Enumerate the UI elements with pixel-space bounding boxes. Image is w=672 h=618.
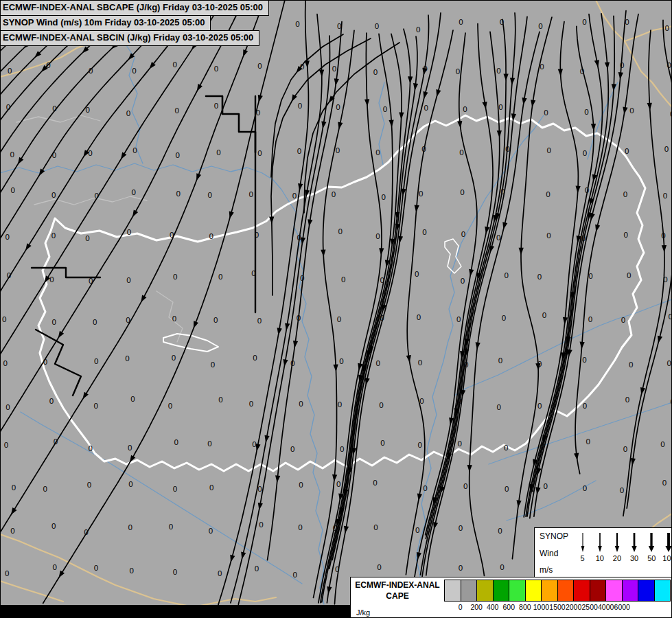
- wind-arrow-50: 50: [643, 531, 660, 580]
- cape-value-label: 2000: [566, 603, 581, 611]
- station-value: 0: [49, 275, 54, 284]
- station-value: 0: [251, 269, 256, 278]
- station-value: 0: [340, 445, 345, 454]
- cape-legend-unit: J/kg: [356, 608, 370, 617]
- station-value: 0: [335, 146, 340, 155]
- cape-value-label: 0: [459, 603, 463, 611]
- station-value: 0: [661, 231, 666, 240]
- station-value: 0: [660, 440, 665, 449]
- station-value: 0: [668, 312, 672, 321]
- station-value: 0: [94, 564, 99, 573]
- station-value: 0: [252, 440, 257, 449]
- station-value: 0: [127, 228, 132, 237]
- station-value: 0: [253, 354, 257, 363]
- region-borders: [16, 115, 183, 342]
- cape-cell-7: [557, 580, 574, 601]
- station-value: 0: [501, 314, 506, 323]
- cape-cell-0: [445, 580, 461, 601]
- station-value: 0: [373, 68, 378, 77]
- station-value: 0: [207, 439, 212, 448]
- cape-value-label: 600: [503, 603, 515, 611]
- station-value: 0: [584, 108, 589, 117]
- station-value: 0: [290, 359, 295, 368]
- station-value: 0: [218, 569, 222, 578]
- cape-value-label: 200: [470, 603, 483, 611]
- station-value: 0: [300, 62, 305, 71]
- wind-streamlines: [0, 0, 672, 605]
- station-value: 0: [43, 485, 47, 494]
- station-value: 0: [380, 276, 384, 285]
- cape-colorbar: 0200400600800100015002000250040006000: [444, 577, 672, 618]
- station-value: 0: [543, 482, 548, 491]
- station-value: 0: [379, 401, 384, 410]
- station-value: 0: [336, 480, 341, 489]
- cape-cell-11: [622, 580, 638, 601]
- station-value: 0: [297, 147, 301, 156]
- station-value: 0: [126, 109, 131, 118]
- station-value: 0: [538, 22, 543, 31]
- cape-cell-1: [461, 580, 477, 601]
- station-value: 0: [257, 317, 262, 325]
- station-value: 0: [464, 360, 469, 369]
- station-value: 0: [213, 102, 218, 111]
- wind-speed-label: 50: [647, 554, 656, 562]
- station-value: 0: [629, 106, 634, 115]
- wind-speed-label: 30: [630, 554, 638, 562]
- station-value: 0: [49, 397, 54, 406]
- wind-legend-source: SYNOP: [540, 531, 574, 541]
- title-line-sbcin: ECMWF-INDEX-ANAL SBCIN (J/kg) Friday 03-…: [0, 30, 259, 46]
- station-value: 0: [662, 479, 667, 488]
- station-value: 0: [620, 61, 625, 70]
- cape-value-label: 800: [519, 603, 531, 611]
- station-value: 0: [500, 563, 505, 572]
- station-value: 0: [84, 528, 89, 537]
- station-value: 0: [218, 396, 223, 404]
- station-value: 0: [537, 402, 542, 411]
- station-value: 0: [126, 276, 131, 285]
- station-value: 0: [540, 443, 544, 452]
- cape-cell-9: [590, 580, 606, 601]
- cape-colorbar-values: 0200400600800100015002000250040006000: [444, 602, 671, 614]
- station-value: 0: [4, 441, 9, 450]
- wind-arrow-icon: [663, 531, 672, 553]
- station-value: 0: [623, 231, 628, 240]
- station-value: 0: [580, 67, 585, 76]
- cape-value-label: 1000: [533, 603, 549, 611]
- station-value: 0: [419, 190, 424, 198]
- station-value: 0: [375, 22, 380, 31]
- station-value: 0: [256, 108, 261, 117]
- station-value: 0: [546, 146, 551, 155]
- station-value: 0: [43, 358, 47, 367]
- station-value: 0: [339, 357, 344, 366]
- cape-legend-labels: ECMWF-INDEX-ANAL CAPE J/kg: [351, 577, 444, 618]
- station-value: 0: [419, 397, 424, 406]
- station-value: 0: [663, 275, 668, 284]
- wind-arrow-10: 10: [591, 531, 608, 580]
- station-value: 0: [175, 151, 180, 160]
- station-value: 0: [496, 403, 501, 412]
- station-value: 0: [544, 108, 548, 117]
- station-value: 0: [209, 483, 214, 492]
- station-value: 0: [85, 234, 90, 243]
- station-value: 0: [377, 563, 382, 572]
- station-value: 0: [292, 571, 297, 580]
- station-value: 0: [176, 190, 181, 198]
- cape-value-label: 2500: [581, 603, 597, 611]
- station-value: 0: [463, 105, 467, 114]
- station-value: 0: [417, 313, 421, 322]
- station-value: 0: [588, 315, 593, 324]
- station-value: 0: [625, 147, 629, 156]
- station-value: 0: [380, 439, 385, 448]
- station-value: 0: [623, 190, 627, 199]
- station-value: 0: [546, 231, 551, 240]
- station-value: 0: [297, 233, 301, 242]
- station-value: 0: [299, 481, 303, 490]
- station-value: 0: [88, 444, 93, 453]
- station-value: 0: [373, 479, 378, 488]
- cape-cell-12: [638, 580, 654, 601]
- cape-cell-6: [541, 580, 557, 601]
- station-value: 0: [546, 190, 551, 199]
- station-value: 0: [172, 314, 176, 323]
- wind-speed-label: 5: [581, 554, 585, 562]
- station-value: 0: [296, 314, 301, 323]
